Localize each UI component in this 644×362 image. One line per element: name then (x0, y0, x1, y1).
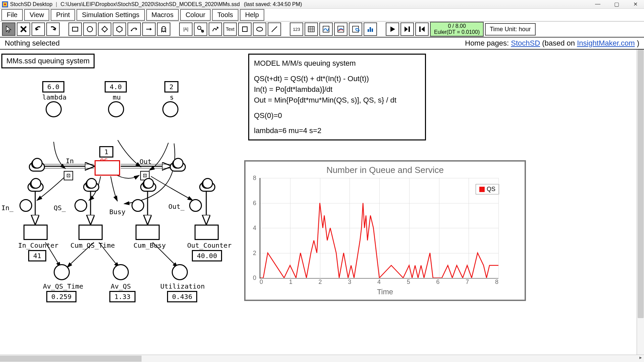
out-counter-stock[interactable] (195, 225, 219, 240)
histogram-tool[interactable] (364, 22, 377, 36)
redo-tool[interactable] (46, 22, 60, 36)
utilization-node[interactable] (172, 264, 188, 280)
in-counter-value[interactable]: 41 (28, 250, 46, 261)
compareplot-tool[interactable] (334, 22, 347, 36)
link-stochsd[interactable]: StochSD (511, 39, 540, 47)
diamond-tool[interactable] (98, 22, 111, 36)
utilization-value[interactable]: 0.436 (167, 291, 197, 302)
svg-marker-8 (117, 26, 122, 32)
qs-init[interactable]: 1 (99, 146, 113, 158)
utilization-label: Utilization (160, 282, 205, 290)
vertical-scrollbar[interactable] (637, 50, 644, 355)
menu-help[interactable]: Help (240, 9, 264, 21)
line-shape-tool[interactable] (268, 22, 281, 36)
busy-flow-node[interactable] (131, 199, 144, 212)
cum-qs-stock[interactable] (78, 225, 103, 240)
x-tick-row: 012345678 (260, 279, 498, 286)
model-canvas[interactable]: MMs.ssd queuing system MODEL M/M/s queui… (0, 50, 644, 355)
svg-point-9 (131, 30, 132, 31)
model-title-box[interactable]: MMs.ssd queuing system (1, 54, 95, 68)
pointer-tool[interactable] (2, 22, 15, 36)
delete-tool[interactable] (17, 22, 30, 36)
horizontal-scrollbar[interactable]: ◄ ► (0, 355, 644, 362)
flow-tool[interactable] (142, 22, 156, 36)
maximize-icon[interactable]: ▢ (613, 1, 620, 7)
in-counter-stock[interactable] (23, 225, 48, 240)
lambda-node[interactable] (46, 101, 62, 117)
run-button[interactable] (386, 22, 399, 36)
cum-busy-label: Cum_Busy (133, 241, 166, 249)
mu-node[interactable] (108, 101, 124, 117)
last-saved: (last saved: 4:34:50 PM) (244, 1, 302, 7)
rect-shape-tool[interactable] (238, 22, 252, 36)
xyplot-tool[interactable] (349, 22, 362, 36)
menu-view[interactable]: View (24, 9, 49, 21)
hexagon-tool[interactable] (113, 22, 126, 36)
timeplot-tool[interactable] (319, 22, 333, 36)
out-label: Out (140, 158, 152, 166)
chart[interactable]: Number in Queue and Service QS 02468 012… (244, 160, 526, 301)
scroll-right-icon[interactable]: ► (639, 355, 643, 360)
svg-point-2 (4, 3, 6, 5)
model-description[interactable]: MODEL M/M/s queuing system QS(t+dt) = QS… (248, 54, 426, 140)
table-display-tool[interactable] (305, 22, 318, 36)
menubar: File View Print Simulation Settings Macr… (0, 9, 644, 21)
menu-macros[interactable]: Macros (146, 9, 179, 21)
s-value[interactable]: 2 (164, 81, 178, 93)
svg-point-13 (198, 26, 201, 29)
av-qs-time-node[interactable] (54, 264, 70, 280)
out-flow-node[interactable] (189, 199, 202, 212)
menu-tools[interactable]: Tools (212, 9, 238, 21)
converter-tool[interactable] (194, 22, 207, 36)
mu-value[interactable]: 4.0 (105, 81, 127, 93)
cum-qs-label: Cum_QS_Time (70, 241, 115, 249)
number-display-tool[interactable]: 123 (290, 22, 303, 36)
undo-tool[interactable] (32, 22, 45, 36)
s-node[interactable] (162, 101, 178, 117)
cum-busy-stock[interactable] (136, 225, 160, 240)
minimize-icon[interactable]: — (594, 1, 601, 7)
menu-colour[interactable]: Colour (180, 9, 211, 21)
text-tool[interactable]: Text (223, 22, 237, 36)
busy-label: Busy (109, 208, 125, 216)
av-qs-node[interactable] (113, 264, 129, 280)
time-unit[interactable]: Time Unit: hour (485, 23, 535, 36)
svg-point-6 (87, 26, 93, 32)
qs-flow-node[interactable] (74, 199, 87, 212)
menu-print[interactable]: Print (51, 9, 75, 21)
av-qs-time-label: Av_QS_Time (43, 282, 83, 290)
close-icon[interactable]: ✕ (632, 1, 639, 7)
source-cloud[interactable] (29, 162, 45, 172)
ghost-tool[interactable] (157, 22, 170, 36)
auxiliary-tool[interactable] (83, 22, 97, 36)
cloud-in[interactable] (28, 182, 44, 192)
svg-rect-27 (370, 27, 371, 32)
reset-button[interactable] (415, 22, 429, 36)
lambda-value[interactable]: 6.0 (42, 81, 64, 93)
status-bar: Nothing selected Home pages: StochSD (ba… (0, 38, 644, 50)
menu-file[interactable]: File (1, 9, 23, 21)
menu-sim-settings[interactable]: Simulation Settings (76, 9, 145, 21)
ellipse-shape-tool[interactable] (253, 22, 266, 36)
variable-tool[interactable]: [A] (179, 22, 193, 36)
svg-rect-7 (102, 26, 108, 32)
cloud-busy[interactable] (140, 182, 156, 192)
eq4: QS(0)=0 (254, 110, 420, 121)
av-qs-value[interactable]: 1.33 (109, 291, 136, 302)
av-qs-time-value[interactable]: 0.259 (46, 291, 76, 302)
function-tool[interactable] (209, 22, 222, 36)
step-button[interactable] (400, 22, 414, 36)
out-counter-value[interactable]: 40.00 (192, 250, 222, 261)
cloud-qs[interactable] (83, 182, 99, 192)
cloud-out[interactable] (199, 182, 215, 192)
in-flow-node[interactable] (19, 199, 32, 212)
selection-status: Nothing selected (5, 39, 60, 48)
chart-title: Number in Queue and Service (252, 165, 519, 175)
stock-tool[interactable] (68, 22, 82, 36)
sink-cloud[interactable] (170, 162, 186, 172)
link-tool[interactable] (127, 22, 141, 36)
qs-stock[interactable] (95, 160, 120, 176)
svg-rect-29 (409, 26, 410, 32)
link-insightmaker[interactable]: InsightMaker.com (577, 39, 635, 47)
svg-line-17 (272, 26, 277, 32)
